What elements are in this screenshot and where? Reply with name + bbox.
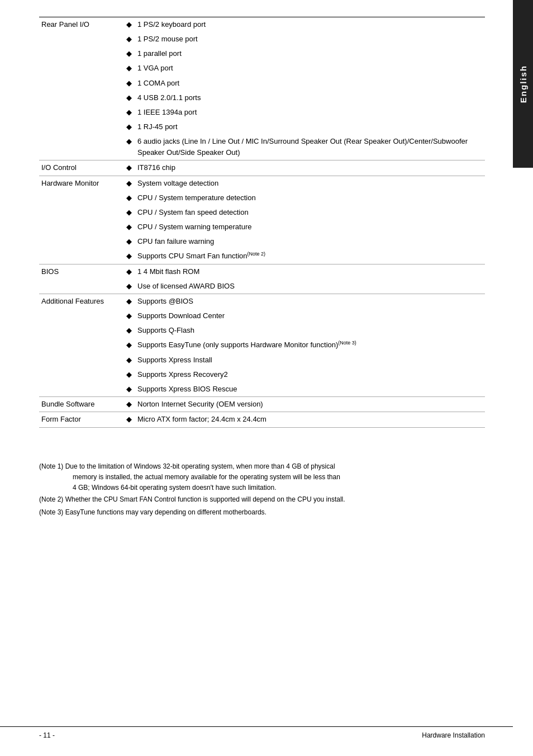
notes-section: (Note 1) Due to the limitation of Window…	[39, 461, 485, 518]
footer-bar: - 11 - Hardware Installation	[0, 726, 513, 739]
spec-label-1: I/O Control	[39, 160, 123, 176]
main-content: Rear Panel I/O◆1 PS/2 keyboard port◆1 PS…	[0, 0, 513, 537]
english-tab: English	[513, 0, 533, 168]
note-0-wrapper: (Note 1) Due to the limitation of Window…	[39, 461, 485, 494]
bullet-5-0: ◆	[123, 397, 135, 412]
spec-label-2	[39, 205, 123, 220]
spec-label-4	[39, 367, 123, 382]
spec-label-0	[39, 32, 123, 46]
bullet-4-5: ◆	[123, 367, 135, 382]
spec-value-0-8: 6 audio jacks (Line In / Line Out / MIC …	[135, 134, 485, 160]
spec-label-0	[39, 120, 123, 134]
bullet-2-5: ◆	[123, 249, 135, 264]
bullet-2-2: ◆	[123, 205, 135, 220]
spec-value-2-4: CPU fan failure warning	[135, 234, 485, 249]
spec-value-4-2: Supports Q-Flash	[135, 323, 485, 338]
spec-label-2	[39, 220, 123, 234]
bullet-0-1: ◆	[123, 32, 135, 46]
spec-value-3-1: Use of licensed AWARD BIOS	[135, 279, 485, 294]
bullet-0-5: ◆	[123, 91, 135, 105]
spec-value-4-4: Supports Xpress Install	[135, 353, 485, 367]
bullet-3-1: ◆	[123, 279, 135, 294]
bullet-0-0: ◆	[123, 17, 135, 32]
spec-value-2-5: Supports CPU Smart Fan function(Note 2)	[135, 249, 485, 264]
footer-page-number: - 11 -	[39, 731, 55, 739]
spec-value-1-0: IT8716 chip	[135, 160, 485, 176]
spec-value-2-1: CPU / System temperature detection	[135, 191, 485, 205]
bullet-4-3: ◆	[123, 338, 135, 352]
note-1: (Note 2) Whether the CPU Smart FAN Contr…	[39, 494, 485, 505]
spec-label-4	[39, 338, 123, 352]
spec-label-2	[39, 234, 123, 249]
bullet-4-4: ◆	[123, 353, 135, 367]
bullet-0-3: ◆	[123, 61, 135, 75]
spec-label-2	[39, 191, 123, 205]
spec-label-2	[39, 249, 123, 264]
spec-value-0-0: 1 PS/2 keyboard port	[135, 17, 485, 32]
spec-label-4	[39, 323, 123, 338]
spec-label-4: Additional Features	[39, 294, 123, 309]
spec-label-0	[39, 46, 123, 61]
bullet-0-6: ◆	[123, 105, 135, 120]
spec-value-4-6: Supports Xpress BIOS Rescue	[135, 382, 485, 397]
spec-label-6: Form Factor	[39, 412, 123, 427]
bullet-4-2: ◆	[123, 323, 135, 338]
bullet-4-0: ◆	[123, 294, 135, 309]
spec-value-6-0: Micro ATX form factor; 24.4cm x 24.4cm	[135, 412, 485, 427]
bullet-0-7: ◆	[123, 120, 135, 134]
bullet-0-4: ◆	[123, 76, 135, 91]
spec-label-0	[39, 105, 123, 120]
bullet-6-0: ◆	[123, 412, 135, 427]
bullet-3-0: ◆	[123, 264, 135, 279]
bullet-0-2: ◆	[123, 46, 135, 61]
spec-value-0-6: 1 IEEE 1394a port	[135, 105, 485, 120]
spec-value-5-0: Norton Internet Security (OEM version)	[135, 397, 485, 412]
spec-table: Rear Panel I/O◆1 PS/2 keyboard port◆1 PS…	[39, 17, 485, 428]
spec-label-3: BIOS	[39, 264, 123, 279]
spec-value-0-3: 1 VGA port	[135, 61, 485, 75]
spec-label-0	[39, 76, 123, 91]
spec-value-0-7: 1 RJ-45 port	[135, 120, 485, 134]
spec-label-4	[39, 382, 123, 397]
spec-value-4-5: Supports Xpress Recovery2	[135, 367, 485, 382]
spec-label-4	[39, 309, 123, 323]
spec-value-0-2: 1 parallel port	[135, 46, 485, 61]
bullet-4-6: ◆	[123, 382, 135, 397]
spec-value-0-4: 1 COMA port	[135, 76, 485, 91]
note-2: (Note 3) EasyTune functions may vary dep…	[39, 507, 485, 518]
spec-value-4-1: Supports Download Center	[135, 309, 485, 323]
spec-label-0	[39, 134, 123, 160]
spec-label-4	[39, 353, 123, 367]
spec-label-2: Hardware Monitor	[39, 176, 123, 191]
spec-label-5: Bundle Software	[39, 397, 123, 412]
bullet-2-4: ◆	[123, 234, 135, 249]
spec-label-3	[39, 279, 123, 294]
spec-value-0-1: 1 PS/2 mouse port	[135, 32, 485, 46]
bullet-2-1: ◆	[123, 191, 135, 205]
spec-label-0: Rear Panel I/O	[39, 17, 123, 32]
bullet-1-0: ◆	[123, 160, 135, 176]
bullet-2-3: ◆	[123, 220, 135, 234]
spec-label-0	[39, 61, 123, 75]
footer-section-title: Hardware Installation	[422, 731, 485, 739]
spec-value-4-3: Supports EasyTune (only supports Hardwar…	[135, 338, 485, 352]
spec-value-3-0: 1 4 Mbit flash ROM	[135, 264, 485, 279]
bullet-0-8: ◆	[123, 134, 135, 160]
spec-value-0-5: 4 USB 2.0/1.1 ports	[135, 91, 485, 105]
bullet-4-1: ◆	[123, 309, 135, 323]
spec-label-0	[39, 91, 123, 105]
spec-value-2-2: CPU / System fan speed detection	[135, 205, 485, 220]
bullet-2-0: ◆	[123, 176, 135, 191]
spec-value-4-0: Supports @BIOS	[135, 294, 485, 309]
english-label: English	[518, 65, 528, 103]
spec-value-2-3: CPU / System warning temperature	[135, 220, 485, 234]
page-container: English Rear Panel I/O◆1 PS/2 keyboard p…	[0, 0, 533, 756]
spec-value-2-0: System voltage detection	[135, 176, 485, 191]
